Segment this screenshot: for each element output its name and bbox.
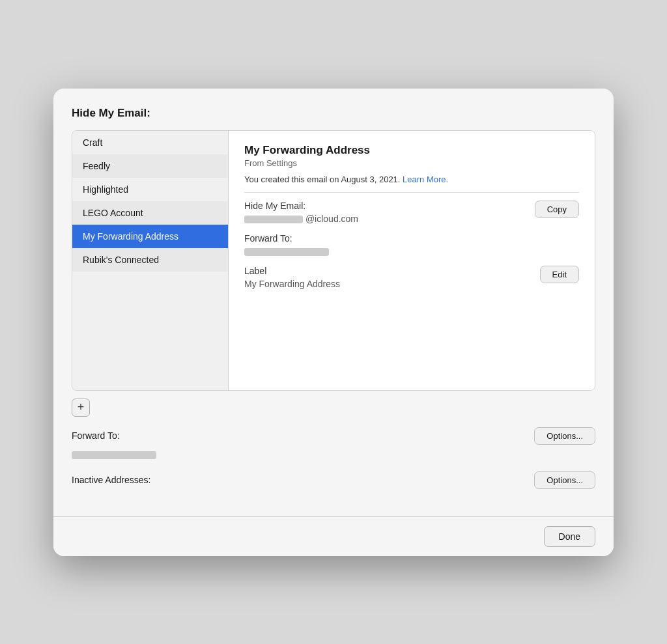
email-suffix: @icloud.com bbox=[305, 214, 358, 224]
hide-email-left: Hide My Email: @icloud.com bbox=[244, 201, 358, 224]
forward-to-section: Forward To: bbox=[244, 233, 579, 257]
dialog-title: Hide My Email: bbox=[72, 107, 595, 120]
add-icon: + bbox=[78, 400, 85, 414]
forward-to-bottom-redacted bbox=[72, 451, 156, 459]
sidebar-item-highlighted[interactable]: Highlighted bbox=[72, 178, 228, 201]
copy-button[interactable]: Copy bbox=[535, 201, 579, 218]
inactive-label: Inactive Addresses: bbox=[72, 475, 150, 485]
label-heading: Label bbox=[244, 266, 340, 276]
hide-my-email-dialog: Hide My Email: Craft Feedly Highlighted … bbox=[53, 89, 614, 556]
learn-more-link[interactable]: Learn More. bbox=[403, 175, 448, 184]
dialog-body: Hide My Email: Craft Feedly Highlighted … bbox=[53, 89, 614, 516]
sidebar-item-forwarding[interactable]: My Forwarding Address bbox=[72, 225, 228, 248]
label-left: Label My Forwarding Address bbox=[244, 266, 340, 289]
forward-to-bottom-label: Forward To: bbox=[72, 430, 120, 441]
content-area: Craft Feedly Highlighted LEGO Account My… bbox=[72, 130, 595, 391]
inactive-options-button[interactable]: Options... bbox=[534, 471, 595, 489]
hide-email-row: Hide My Email: @icloud.com Copy bbox=[244, 201, 579, 224]
sidebar-item-feedly[interactable]: Feedly bbox=[72, 154, 228, 178]
sidebar: Craft Feedly Highlighted LEGO Account My… bbox=[72, 131, 229, 390]
add-button[interactable]: + bbox=[72, 399, 90, 417]
forward-to-label: Forward To: bbox=[244, 233, 579, 244]
detail-subtitle: From Settings bbox=[244, 158, 579, 168]
hide-email-section: Hide My Email: @icloud.com Copy bbox=[244, 201, 579, 224]
forward-to-bottom-row: Forward To: Options... bbox=[72, 427, 595, 445]
forward-to-group: Forward To: Options... bbox=[72, 427, 595, 460]
inactive-row: Inactive Addresses: Options... bbox=[72, 471, 595, 489]
hide-email-value: @icloud.com bbox=[244, 214, 358, 224]
forward-to-redacted bbox=[244, 248, 329, 256]
detail-created: You created this email on August 3, 2021… bbox=[244, 175, 579, 184]
sidebar-item-craft[interactable]: Craft bbox=[72, 131, 228, 154]
label-value: My Forwarding Address bbox=[244, 279, 340, 289]
detail-panel: My Forwarding Address From Settings You … bbox=[229, 131, 595, 390]
detail-title: My Forwarding Address bbox=[244, 144, 579, 157]
bottom-section: Forward To: Options... Inactive Addresse… bbox=[72, 427, 595, 489]
sidebar-item-lego[interactable]: LEGO Account bbox=[72, 201, 228, 225]
sidebar-item-rubiks[interactable]: Rubik's Connected bbox=[72, 248, 228, 272]
hide-email-label: Hide My Email: bbox=[244, 201, 358, 211]
forward-to-value bbox=[244, 246, 579, 257]
forward-to-bottom-value bbox=[72, 450, 595, 460]
done-button[interactable]: Done bbox=[544, 526, 595, 547]
edit-button[interactable]: Edit bbox=[540, 266, 579, 283]
label-section: Label My Forwarding Address Edit bbox=[244, 266, 579, 289]
detail-divider bbox=[244, 192, 579, 193]
created-text: You created this email on August 3, 2021… bbox=[244, 175, 400, 184]
label-row: Label My Forwarding Address Edit bbox=[244, 266, 579, 289]
email-redacted bbox=[244, 216, 303, 223]
inactive-group: Inactive Addresses: Options... bbox=[72, 471, 595, 489]
forward-to-options-button[interactable]: Options... bbox=[534, 427, 595, 445]
dialog-footer: Done bbox=[53, 516, 614, 556]
